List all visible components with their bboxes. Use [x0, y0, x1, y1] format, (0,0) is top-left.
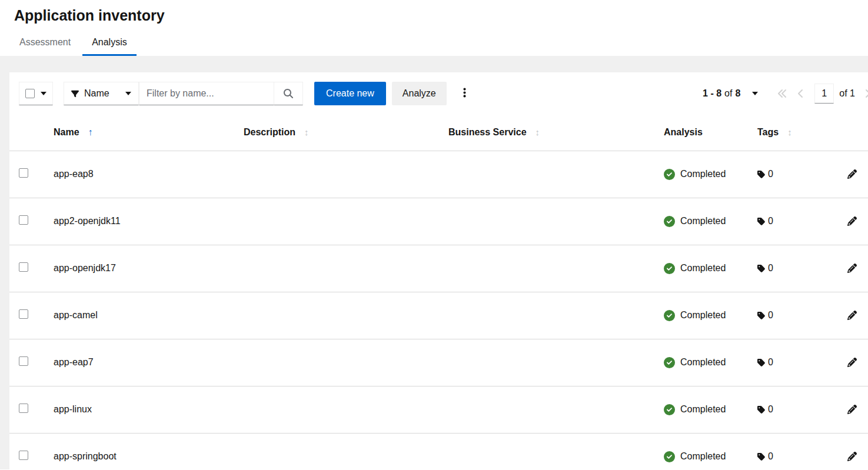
row-checkbox[interactable] [19, 356, 28, 366]
row-select-cell [9, 151, 44, 198]
application-business-service [439, 339, 654, 386]
analysis-status-label: Completed [680, 169, 726, 179]
tags-cell: 0 [748, 292, 836, 339]
chevron-down-icon [41, 92, 46, 95]
toolbar: Name Create new Analyze 1 - [9, 72, 868, 115]
table-row: app-eap8 Completed 0 [9, 151, 868, 198]
previous-page-button[interactable] [792, 84, 809, 103]
edit-button[interactable] [845, 402, 859, 416]
check-circle-icon [664, 263, 675, 274]
application-description [234, 151, 439, 198]
edit-button[interactable] [845, 261, 859, 275]
tags-cell: 0 [748, 151, 836, 198]
search-icon [284, 89, 293, 98]
edit-button[interactable] [845, 355, 859, 369]
tag-icon [757, 170, 766, 179]
table-row: app-eap7 Completed 0 [9, 339, 868, 386]
analysis-status-cell: Completed [654, 339, 748, 386]
application-name[interactable]: app-springboot [44, 433, 234, 470]
tag-count: 0 [768, 357, 773, 368]
column-header-name[interactable]: Name↑ [44, 115, 234, 151]
row-checkbox[interactable] [19, 215, 28, 225]
application-business-service [439, 198, 654, 245]
analysis-status-cell: Completed [654, 386, 748, 433]
pagination-nav: of 1 [772, 84, 868, 104]
tab-assessment[interactable]: Assessment [10, 31, 80, 56]
row-checkbox[interactable] [19, 451, 28, 460]
actions-cell [836, 433, 868, 470]
row-checkbox[interactable] [19, 262, 28, 272]
applications-table: Name↑ Description↕ Business Service↕ Ana… [9, 115, 868, 470]
kebab-menu-button[interactable] [454, 82, 475, 105]
check-circle-icon [664, 216, 675, 227]
filter-category-dropdown[interactable]: Name [64, 82, 139, 105]
angle-double-left-icon [777, 89, 787, 98]
sortable-icon: ↕ [787, 127, 792, 137]
next-page-button[interactable] [860, 84, 868, 103]
application-name[interactable]: app-eap7 [44, 339, 234, 386]
tag-count: 0 [768, 216, 773, 226]
row-checkbox[interactable] [19, 168, 28, 178]
table-body: app-eap8 Completed 0 [9, 151, 868, 470]
bulk-select-toggle[interactable] [19, 82, 53, 105]
pagination-menu-toggle[interactable]: 1 - 8 of 8 [699, 88, 761, 99]
analysis-status-cell: Completed [654, 433, 748, 470]
application-name[interactable]: app2-openjdk11 [44, 198, 234, 245]
column-header-business-service[interactable]: Business Service↕ [439, 115, 654, 151]
edit-button[interactable] [845, 308, 859, 322]
tags-cell: 0 [748, 433, 836, 470]
bulk-select-checkbox[interactable] [25, 89, 35, 98]
create-new-button[interactable]: Create new [314, 82, 386, 105]
pencil-icon [847, 405, 857, 414]
search-button[interactable] [274, 82, 303, 105]
application-name[interactable]: app-linux [44, 386, 234, 433]
edit-button[interactable] [845, 214, 859, 228]
chevron-down-icon [752, 92, 758, 95]
sort-ascending-icon: ↑ [88, 127, 93, 137]
application-business-service [439, 151, 654, 198]
tab-analysis[interactable]: Analysis [82, 31, 137, 56]
application-name[interactable]: app-camel [44, 292, 234, 339]
edit-button[interactable] [845, 449, 859, 464]
application-business-service [439, 245, 654, 292]
filter-input[interactable] [139, 82, 274, 105]
pencil-icon [847, 358, 857, 367]
row-select-cell [9, 198, 44, 245]
table-row: app-openjdk17 Completed 0 [9, 245, 868, 292]
content-card: Name Create new Analyze 1 - [9, 72, 868, 470]
analysis-status-label: Completed [680, 216, 726, 226]
page-count-label: of 1 [839, 88, 855, 99]
tag-icon [757, 358, 766, 367]
filter-category-label: Name [84, 88, 109, 99]
actions-cell [836, 292, 868, 339]
analyze-button[interactable]: Analyze [392, 82, 447, 105]
current-page-input[interactable] [814, 84, 834, 104]
page-title: Application inventory [14, 7, 854, 24]
first-page-button[interactable] [772, 84, 792, 103]
row-checkbox[interactable] [19, 309, 28, 319]
tag-count: 0 [768, 404, 773, 415]
tag-icon [757, 311, 766, 320]
tag-count: 0 [768, 451, 773, 462]
page-header: Application inventory Assessment Analysi… [0, 0, 868, 56]
kebab-icon [463, 87, 466, 98]
tabs: Assessment Analysis [10, 31, 854, 56]
application-name[interactable]: app-eap8 [44, 151, 234, 198]
sortable-icon: ↕ [536, 127, 540, 137]
table-header-row: Name↑ Description↕ Business Service↕ Ana… [9, 115, 868, 151]
application-name[interactable]: app-openjdk17 [44, 245, 234, 292]
analysis-status-label: Completed [680, 451, 726, 462]
column-header-description[interactable]: Description↕ [234, 115, 439, 151]
table-row: app-camel Completed 0 [9, 292, 868, 339]
column-header-tags[interactable]: Tags↕ [748, 115, 836, 151]
row-checkbox[interactable] [19, 404, 28, 413]
pagination-range: 1 - 8 [703, 88, 721, 99]
actions-cell [836, 339, 868, 386]
edit-button[interactable] [845, 167, 859, 181]
application-description [234, 245, 439, 292]
check-circle-icon [664, 310, 675, 321]
select-column-header [9, 115, 44, 151]
application-description [234, 339, 439, 386]
tags-cell: 0 [748, 198, 836, 245]
pencil-icon [847, 169, 857, 179]
